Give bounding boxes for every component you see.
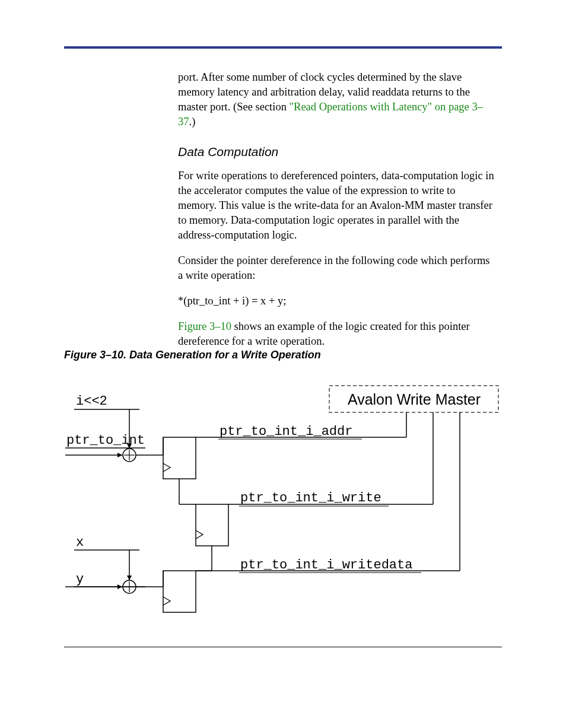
bottom-rule — [64, 647, 502, 647]
para2: For write operations to dereferenced poi… — [178, 169, 495, 243]
para1-code: readdata — [372, 86, 409, 98]
arrow-down-icon — [127, 576, 132, 580]
para3: Consider the pointer dereference in the … — [178, 253, 495, 283]
register-icon — [196, 504, 228, 546]
write-label: ptr_to_int_i_write — [240, 491, 381, 506]
arrow-right-icon — [117, 453, 122, 457]
figure-ref-link[interactable]: Figure 3–10 — [178, 320, 231, 332]
ptr-label: ptr_to_int — [66, 433, 145, 448]
arrow-right-icon — [117, 584, 122, 589]
para4: Figure 3–10 shows an example of the logi… — [178, 319, 495, 349]
register-icon — [163, 437, 196, 479]
avalon-box-label: Avalon Write Master — [348, 391, 481, 408]
main-text: port. After some number of clock cycles … — [178, 70, 495, 360]
subsection-heading: Data Computation — [178, 145, 495, 159]
register-icon — [163, 571, 196, 612]
clock-notch-icon — [163, 463, 170, 472]
y-label: y — [76, 572, 84, 587]
para1-text-d: .) — [189, 116, 196, 128]
clock-notch-icon — [163, 597, 170, 605]
figure-diagram: Avalon Write Master i<<2 ptr_to_int ptr_… — [65, 380, 504, 635]
shift-label: i<<2 — [76, 394, 107, 409]
figure-caption: Figure 3–10. Data Generation for a Write… — [64, 349, 321, 361]
writedata-label: ptr_to_int_i_writedata — [240, 558, 412, 573]
top-rule — [64, 46, 502, 49]
x-label: x — [76, 535, 84, 550]
code-line: *(ptr_to_int + i) = x + y; — [178, 294, 495, 309]
addr-label: ptr_to_int_i_addr — [220, 424, 352, 439]
clock-notch-icon — [196, 530, 203, 539]
para-continuation: port. After some number of clock cycles … — [178, 70, 495, 129]
